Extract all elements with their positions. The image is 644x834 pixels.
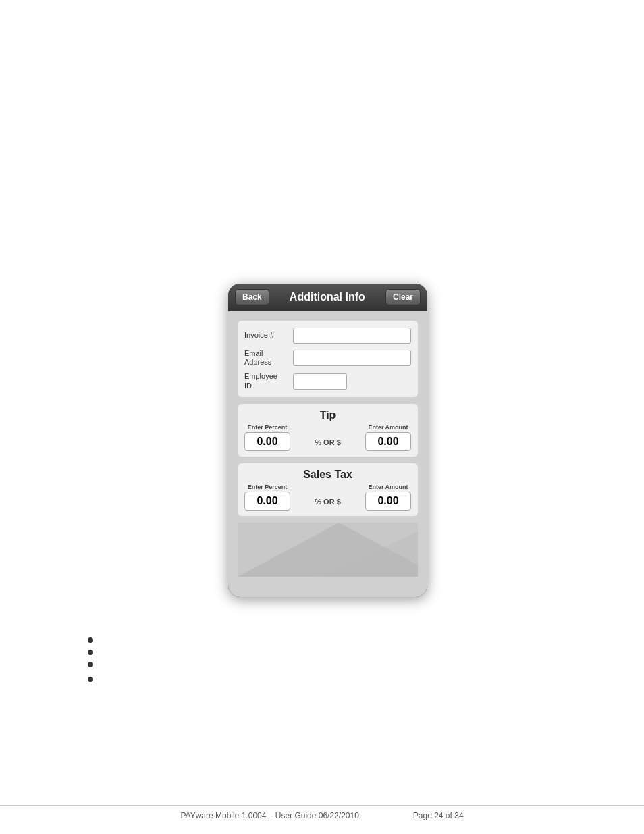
- tip-section: Tip Enter Percent % OR $ Enter Amount: [238, 404, 418, 457]
- email-row: EmailAddress: [244, 349, 411, 367]
- form-section: Invoice # EmailAddress EmployeeID: [238, 321, 418, 397]
- tip-percent-label: Enter Percent: [248, 424, 288, 431]
- invoice-row: Invoice #: [244, 328, 411, 344]
- page-footer: PAYware Mobile 1.0004 – User Guide 06/22…: [0, 805, 644, 820]
- sales-tax-separator: % OR $: [312, 498, 344, 506]
- sales-tax-percent-group: Enter Percent: [244, 484, 290, 511]
- tip-amount-group: Enter Amount: [365, 424, 411, 451]
- bullet-dot-4: [88, 677, 93, 682]
- bullet-dot-1: [88, 637, 93, 643]
- email-input[interactable]: [293, 350, 411, 366]
- tip-amount-input[interactable]: [365, 432, 411, 451]
- tip-amount-row: Enter Percent % OR $ Enter Amount: [244, 424, 411, 451]
- tip-percent-input[interactable]: [244, 432, 290, 451]
- back-button[interactable]: Back: [235, 289, 269, 305]
- bullet-item-3: [88, 659, 556, 667]
- tip-title: Tip: [244, 409, 411, 421]
- sales-tax-amount-input[interactable]: [365, 492, 411, 511]
- phone-mockup: Back Additional Info Clear Invoice # Ema…: [228, 284, 427, 597]
- tip-percent-group: Enter Percent: [244, 424, 290, 451]
- footer-doc-info: PAYware Mobile 1.0004 – User Guide 06/22…: [180, 811, 358, 820]
- nav-bar: Back Additional Info Clear: [228, 284, 427, 311]
- clear-button[interactable]: Clear: [385, 289, 421, 305]
- sales-tax-amount-row: Enter Percent % OR $ Enter Amount: [244, 484, 411, 511]
- tip-separator: % OR $: [312, 438, 344, 446]
- email-label: EmailAddress: [244, 349, 293, 367]
- invoice-label: Invoice #: [244, 331, 293, 340]
- tip-amount-label: Enter Amount: [368, 424, 408, 431]
- employee-input[interactable]: [293, 373, 347, 390]
- sales-tax-amount-group: Enter Amount: [365, 484, 411, 511]
- decorative-area: [238, 523, 418, 577]
- bullet-dot-3: [88, 662, 93, 667]
- bullet-dot-2: [88, 650, 93, 655]
- employee-row: EmployeeID: [244, 372, 411, 390]
- sales-tax-percent-label: Enter Percent: [248, 484, 288, 490]
- employee-label: EmployeeID: [244, 372, 293, 390]
- bullet-item-4-wrapper: [88, 674, 556, 682]
- triangle-right-decoration: [317, 523, 418, 577]
- sales-tax-title: Sales Tax: [244, 469, 411, 481]
- sales-tax-amount-label: Enter Amount: [368, 484, 408, 490]
- invoice-input[interactable]: [293, 328, 411, 344]
- sales-tax-percent-input[interactable]: [244, 492, 290, 511]
- footer-page-info: Page 24 of 34: [413, 811, 464, 820]
- bullets-section: [88, 635, 556, 686]
- page-content: Back Additional Info Clear Invoice # Ema…: [0, 0, 644, 834]
- sales-tax-section: Sales Tax Enter Percent % OR $ Enter Amo…: [238, 463, 418, 516]
- screen-title: Additional Info: [269, 291, 385, 303]
- bullet-item-1: [88, 635, 556, 643]
- bullet-item-2: [88, 647, 556, 655]
- bullet-item-4: [88, 674, 556, 682]
- screen-content: Invoice # EmailAddress EmployeeID Tip En: [228, 311, 427, 597]
